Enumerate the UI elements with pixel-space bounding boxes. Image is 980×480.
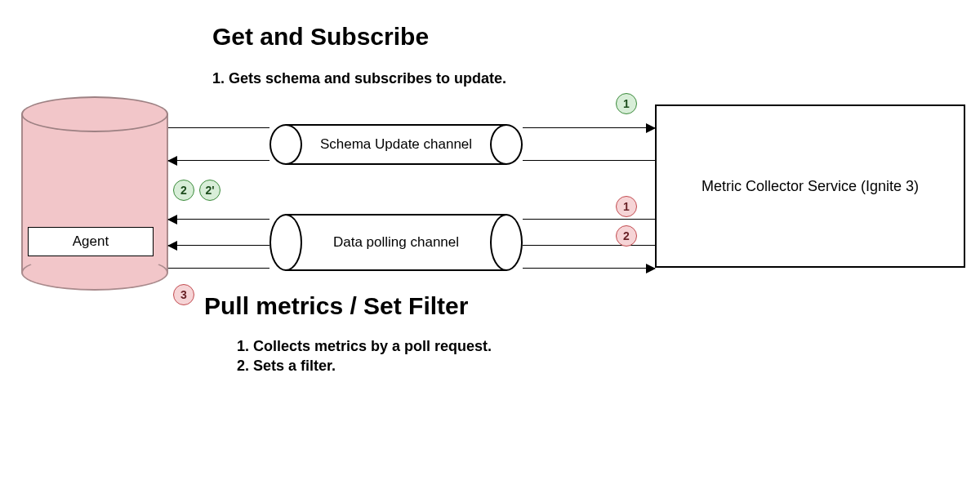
section-subtitle-pull-1: 1. Collects metrics by a poll request. bbox=[237, 338, 492, 355]
step-badge-red-1: 1 bbox=[616, 196, 637, 217]
data-polling-channel-label: Data polling channel bbox=[286, 214, 506, 271]
section-subtitle-pull-2: 2. Sets a filter. bbox=[237, 358, 336, 375]
tube-cap-right-icon bbox=[490, 214, 523, 271]
metric-collector-box: Metric Collector Service (Ignite 3) bbox=[655, 104, 965, 268]
step-badge-green-2: 2 bbox=[173, 180, 194, 201]
section-subtitle-get-subscribe: 1. Gets schema and subscribes to update. bbox=[212, 70, 506, 87]
step-badge-red-3: 3 bbox=[173, 284, 194, 305]
agent-label-box: Agent bbox=[28, 227, 154, 256]
tube-cap-right-icon bbox=[490, 124, 523, 165]
step-badge-green-2-prime: 2' bbox=[199, 180, 220, 201]
agent-cylinder bbox=[21, 96, 168, 291]
tube-cap-left-icon bbox=[270, 124, 302, 165]
data-polling-channel: Data polling channel bbox=[270, 214, 523, 271]
section-title-get-subscribe: Get and Subscribe bbox=[212, 23, 429, 51]
schema-update-channel-label: Schema Update channel bbox=[286, 124, 506, 165]
step-badge-green-1: 1 bbox=[616, 93, 637, 114]
schema-update-channel: Schema Update channel bbox=[270, 124, 523, 165]
tube-cap-left-icon bbox=[270, 214, 302, 271]
section-title-pull-metrics: Pull metrics / Set Filter bbox=[204, 292, 468, 320]
step-badge-red-2: 2 bbox=[616, 225, 637, 247]
